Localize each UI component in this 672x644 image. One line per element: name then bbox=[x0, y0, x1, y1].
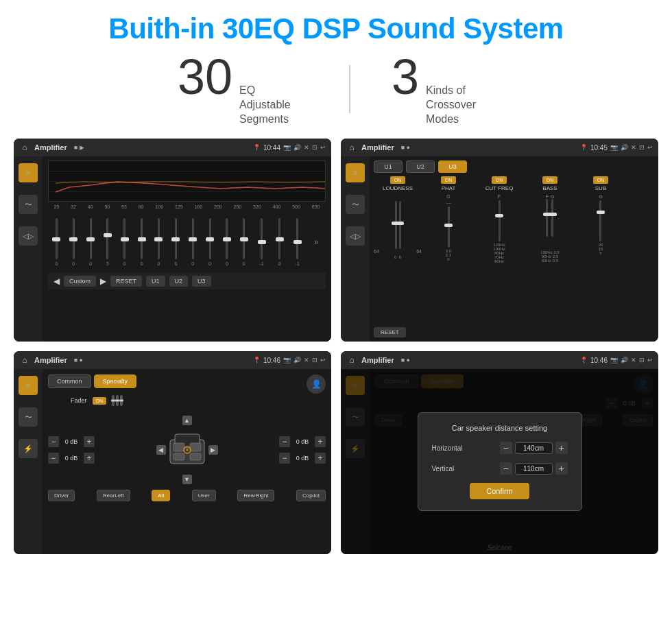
db-minus-3[interactable]: − bbox=[279, 436, 290, 447]
db-minus-1[interactable]: − bbox=[48, 436, 59, 447]
close-icon-3[interactable]: ✕ bbox=[304, 357, 309, 363]
eq-slider-4[interactable]: 5 bbox=[106, 215, 109, 270]
wave-icon-3[interactable]: 〜 bbox=[19, 407, 38, 427]
u3-crossover-btn[interactable]: U3 bbox=[438, 160, 467, 173]
eq-slider-12[interactable]: 0 bbox=[243, 215, 245, 270]
vertical-value: 110cm bbox=[515, 463, 553, 475]
screen3-content: ≡ 〜 ⚡ Common Specialty bbox=[14, 369, 331, 554]
u3-btn[interactable]: U3 bbox=[192, 276, 211, 287]
eq-slider-5[interactable]: 0 bbox=[123, 215, 126, 270]
copilot-btn[interactable]: Copilot bbox=[296, 490, 326, 501]
bass-on[interactable]: ON bbox=[542, 176, 558, 184]
window-icon-2[interactable]: ⊡ bbox=[639, 144, 645, 151]
horizontal-plus-btn[interactable]: + bbox=[555, 442, 568, 454]
crossover-stat: 3 Kinds of Crossover Modes bbox=[392, 52, 494, 126]
expand-arrows[interactable]: » bbox=[314, 237, 319, 247]
prev-icon[interactable]: ◀ bbox=[53, 276, 60, 286]
close-icon-4[interactable]: ✕ bbox=[631, 357, 636, 363]
window-icon-3[interactable]: ⊡ bbox=[312, 357, 317, 363]
screen1-subtitle: ■ ▶ bbox=[74, 144, 84, 151]
eq-slider-11[interactable]: 0 bbox=[226, 215, 228, 270]
home-icon-3[interactable]: ⌂ bbox=[19, 355, 30, 366]
camera-icon: 📷 bbox=[283, 144, 291, 151]
eq-slider-3[interactable]: 0 bbox=[89, 215, 92, 270]
back-icon-3[interactable]: ↩ bbox=[320, 357, 326, 363]
eq-slider-7[interactable]: 0 bbox=[158, 215, 160, 270]
db-plus-2[interactable]: + bbox=[84, 453, 95, 464]
vertical-minus-btn[interactable]: − bbox=[500, 462, 512, 475]
db-plus-4[interactable]: + bbox=[315, 453, 326, 464]
sub-on[interactable]: ON bbox=[593, 176, 609, 184]
page-container: Buith-in 30EQ DSP Sound System 30 EQ Adj… bbox=[0, 0, 672, 644]
next-icon[interactable]: ▶ bbox=[100, 276, 106, 286]
rearright-btn[interactable]: RearRight bbox=[237, 490, 274, 501]
eq-slider-9[interactable]: 0 bbox=[191, 215, 194, 270]
arrow-right[interactable]: ▶ bbox=[208, 445, 218, 455]
cutfreq-on[interactable]: ON bbox=[492, 176, 507, 184]
eq-slider-1[interactable]: 0 bbox=[55, 215, 58, 270]
loudness-on[interactable]: ON bbox=[390, 176, 406, 184]
speaker-icon-2[interactable]: ◁▷ bbox=[346, 226, 365, 246]
eq-icon[interactable]: ≡ bbox=[19, 163, 38, 182]
eq-slider-8[interactable]: 0 bbox=[174, 215, 177, 270]
common-tab[interactable]: Common bbox=[48, 374, 91, 388]
topbar-icons-2: 📍 10:45 📷 🔊 ✕ ⊡ ↩ bbox=[580, 144, 653, 152]
eq-slider-15[interactable]: -1 bbox=[296, 215, 300, 270]
close-icon[interactable]: ✕ bbox=[304, 144, 309, 151]
home-icon[interactable]: ⌂ bbox=[19, 142, 30, 153]
window-icon-4[interactable]: ⊡ bbox=[639, 357, 645, 363]
home-icon-4[interactable]: ⌂ bbox=[346, 355, 357, 366]
driver-btn[interactable]: Driver bbox=[48, 490, 75, 501]
screen2-title: Amplifier bbox=[361, 143, 394, 152]
db-minus-4[interactable]: − bbox=[279, 453, 290, 464]
u1-crossover-btn[interactable]: U1 bbox=[374, 160, 403, 173]
arrow-up[interactable]: ▲ bbox=[182, 416, 192, 425]
arrow-down[interactable]: ▼ bbox=[182, 475, 192, 484]
vertical-plus-btn[interactable]: + bbox=[555, 462, 568, 475]
phat-name: PHAT bbox=[442, 185, 456, 191]
specialty-tab[interactable]: Specialty bbox=[94, 374, 137, 388]
user-btn[interactable]: User bbox=[192, 490, 216, 501]
db-value-1: 0 dB bbox=[62, 438, 81, 445]
wave-icon[interactable]: 〜 bbox=[19, 195, 38, 214]
window-icon[interactable]: ⊡ bbox=[312, 144, 317, 151]
rearleft-btn[interactable]: RearLeft bbox=[97, 490, 130, 501]
eq-slider-6[interactable]: 0 bbox=[141, 215, 143, 270]
db-plus-1[interactable]: + bbox=[84, 436, 95, 447]
back-icon-4[interactable]: ↩ bbox=[647, 357, 653, 363]
eq-icon-2[interactable]: ≡ bbox=[346, 163, 365, 182]
confirm-button[interactable]: Confirm bbox=[470, 483, 529, 499]
screen2-topbar: ⌂ Amplifier ■ ● 📍 10:45 📷 🔊 ✕ ⊡ ↩ bbox=[341, 139, 658, 156]
back-icon-2[interactable]: ↩ bbox=[647, 144, 653, 151]
screen4-topbar: ⌂ Amplifier ■ ● 📍 10:46 📷 🔊 ✕ ⊡ ↩ bbox=[341, 351, 658, 369]
speaker-icon[interactable]: ◁▷ bbox=[19, 226, 38, 246]
reset-btn[interactable]: RESET bbox=[110, 276, 142, 287]
wave-icon-2[interactable]: 〜 bbox=[346, 195, 365, 214]
eq-slider-14[interactable]: 0 bbox=[278, 215, 281, 270]
arrow-left[interactable]: ◀ bbox=[156, 445, 166, 455]
close-icon-2[interactable]: ✕ bbox=[631, 144, 636, 151]
all-btn[interactable]: All bbox=[152, 490, 170, 501]
eq-slider-13[interactable]: -1 bbox=[260, 215, 264, 270]
dialog-vertical-input: − 110cm + bbox=[500, 462, 568, 475]
u2-crossover-btn[interactable]: U2 bbox=[406, 160, 435, 173]
custom-btn[interactable]: Custom bbox=[64, 276, 96, 287]
crossover-reset-btn[interactable]: RESET bbox=[374, 327, 406, 337]
crossover-bands: ON LOUDNESS 6464 0 0 bbox=[374, 176, 654, 324]
horizontal-minus-btn[interactable]: − bbox=[500, 442, 512, 454]
u2-btn[interactable]: U2 bbox=[169, 276, 189, 287]
phat-on[interactable]: ON bbox=[441, 176, 457, 184]
eq-slider-10[interactable]: 0 bbox=[208, 215, 211, 270]
home-icon-2[interactable]: ⌂ bbox=[346, 142, 357, 153]
eq-icon-3[interactable]: ≡ bbox=[19, 376, 38, 395]
loudness-band: ON LOUDNESS 6464 0 0 bbox=[374, 176, 422, 324]
eq-slider-2[interactable]: 0 bbox=[72, 215, 75, 270]
back-icon[interactable]: ↩ bbox=[320, 144, 326, 151]
bt-icon[interactable]: ⚡ bbox=[19, 439, 38, 458]
fader-on[interactable]: ON bbox=[93, 397, 107, 405]
u1-btn[interactable]: U1 bbox=[146, 276, 165, 287]
db-plus-3[interactable]: + bbox=[315, 436, 326, 447]
eq-stat: 30 EQ Adjustable Segments bbox=[178, 52, 308, 126]
db-minus-2[interactable]: − bbox=[48, 453, 59, 464]
screen1-bottom: ◀ Custom ▶ RESET U1 U2 U3 bbox=[48, 273, 326, 289]
